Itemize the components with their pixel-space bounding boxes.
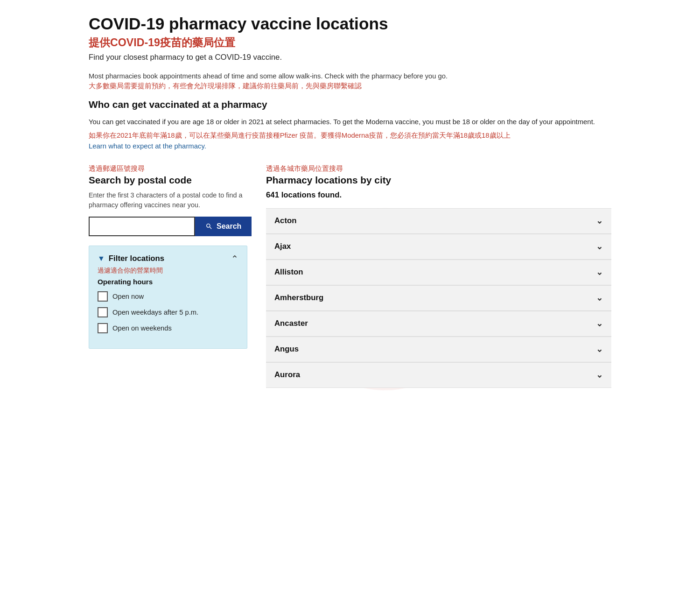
checkbox-open-weekends: Open on weekends bbox=[98, 323, 238, 333]
filter-box: ▼ Filter locations ⌃ 過濾適合你的營業時間 Operatin… bbox=[89, 246, 247, 349]
filter-header: ▼ Filter locations ⌃ bbox=[98, 253, 238, 264]
page-container: COVID-19 pharmacy vaccine locations 提供CO… bbox=[70, 0, 630, 416]
filter-icon: ▼ bbox=[98, 254, 105, 263]
city-list-item: Ajax⌄ bbox=[266, 234, 611, 260]
chevron-down-icon: ⌄ bbox=[596, 345, 603, 354]
postal-label-chinese: 透過郵遞區號搜尋 bbox=[89, 164, 247, 174]
left-column: 透過郵遞區號搜尋 Search by postal code Enter the… bbox=[89, 164, 247, 349]
filter-title-row: ▼ Filter locations bbox=[98, 254, 164, 263]
postal-input[interactable] bbox=[89, 217, 195, 236]
filter-chinese: 過濾適合你的營業時間 bbox=[98, 266, 238, 275]
chevron-down-icon: ⌄ bbox=[596, 242, 603, 252]
checkbox-open-now-label: Open now bbox=[112, 293, 144, 300]
city-button-angus[interactable]: Angus⌄ bbox=[266, 337, 611, 362]
checkbox-open-now: Open now bbox=[98, 291, 238, 302]
city-list-item: Acton⌄ bbox=[266, 208, 611, 234]
subtitle: Find your closest pharmacy to get a COVI… bbox=[89, 53, 611, 62]
two-column-layout: 透過郵遞區號搜尋 Search by postal code Enter the… bbox=[89, 164, 611, 388]
search-button[interactable]: Search bbox=[195, 217, 252, 236]
filter-subheading: Operating hours bbox=[98, 278, 238, 286]
search-button-label: Search bbox=[217, 222, 241, 231]
info-chinese: 大多數藥局需要提前預約，有些會允許現場排隊，建議你前往藥局前，先與藥房聯繫確認 bbox=[89, 82, 611, 91]
main-title: COVID-19 pharmacy vaccine locations bbox=[89, 14, 611, 34]
chevron-down-icon: ⌄ bbox=[596, 319, 603, 329]
city-heading: Pharmacy locations by city bbox=[266, 175, 611, 186]
search-row: Search bbox=[89, 217, 247, 236]
right-column: 透過各城市藥局位置搜尋 Pharmacy locations by city 6… bbox=[266, 164, 611, 388]
city-name: Angus bbox=[274, 345, 299, 354]
checkbox-open-now-input[interactable] bbox=[98, 291, 108, 302]
checkbox-open-weekdays: Open weekdays after 5 p.m. bbox=[98, 307, 238, 317]
city-label-chinese: 透過各城市藥局位置搜尋 bbox=[266, 164, 611, 174]
city-button-alliston[interactable]: Alliston⌄ bbox=[266, 260, 611, 285]
city-button-amherstburg[interactable]: Amherstburg⌄ bbox=[266, 285, 611, 310]
city-name: Alliston bbox=[274, 267, 303, 277]
info-text: Most pharmacies book appointments ahead … bbox=[89, 72, 611, 80]
filter-toggle-button[interactable]: ⌃ bbox=[231, 253, 238, 264]
locations-count: 641 locations found. bbox=[266, 190, 611, 200]
chevron-down-icon: ⌄ bbox=[596, 216, 603, 226]
who-heading: Who can get vaccinated at a pharmacy bbox=[89, 99, 611, 110]
city-button-ancaster[interactable]: Ancaster⌄ bbox=[266, 311, 611, 336]
chevron-down-icon: ⌄ bbox=[596, 293, 603, 303]
city-name: Acton bbox=[274, 216, 297, 225]
checkbox-open-weekends-input[interactable] bbox=[98, 323, 108, 333]
checkbox-open-weekdays-label: Open weekdays after 5 p.m. bbox=[112, 309, 198, 316]
city-button-aurora[interactable]: Aurora⌄ bbox=[266, 362, 611, 387]
city-button-ajax[interactable]: Ajax⌄ bbox=[266, 234, 611, 259]
checkbox-open-weekdays-input[interactable] bbox=[98, 307, 108, 317]
checkbox-open-weekends-label: Open on weekends bbox=[112, 324, 172, 332]
city-list-item: Angus⌄ bbox=[266, 337, 611, 362]
city-button-acton[interactable]: Acton⌄ bbox=[266, 208, 611, 233]
city-list-item: Ancaster⌄ bbox=[266, 311, 611, 337]
city-list: Acton⌄Ajax⌄Alliston⌄Amherstburg⌄Ancaster… bbox=[266, 208, 611, 388]
city-name: Ancaster bbox=[274, 319, 308, 328]
chevron-down-icon: ⌄ bbox=[596, 267, 603, 277]
main-title-chinese: 提供COVID-19疫苗的藥局位置 bbox=[89, 35, 611, 50]
eligibility-chinese: 如果你在2021年底前年滿18歲，可以在某些藥局進行疫苗接種Pfizer 疫苗。… bbox=[89, 130, 611, 141]
city-list-item: Aurora⌄ bbox=[266, 362, 611, 388]
chevron-down-icon: ⌄ bbox=[596, 370, 603, 380]
learn-link[interactable]: Learn what to expect at the pharmacy. bbox=[89, 142, 611, 150]
postal-description: Enter the first 3 characters of a postal… bbox=[89, 190, 247, 210]
city-name: Ajax bbox=[274, 242, 291, 251]
search-icon bbox=[205, 223, 213, 230]
city-name: Aurora bbox=[274, 370, 300, 380]
filter-title: Filter locations bbox=[109, 254, 164, 263]
postal-heading: Search by postal code bbox=[89, 175, 247, 186]
city-list-item: Alliston⌄ bbox=[266, 260, 611, 285]
city-name: Amherstburg bbox=[274, 293, 323, 303]
city-list-item: Amherstburg⌄ bbox=[266, 285, 611, 311]
eligibility-text: You can get vaccinated if you are age 18… bbox=[89, 117, 611, 127]
